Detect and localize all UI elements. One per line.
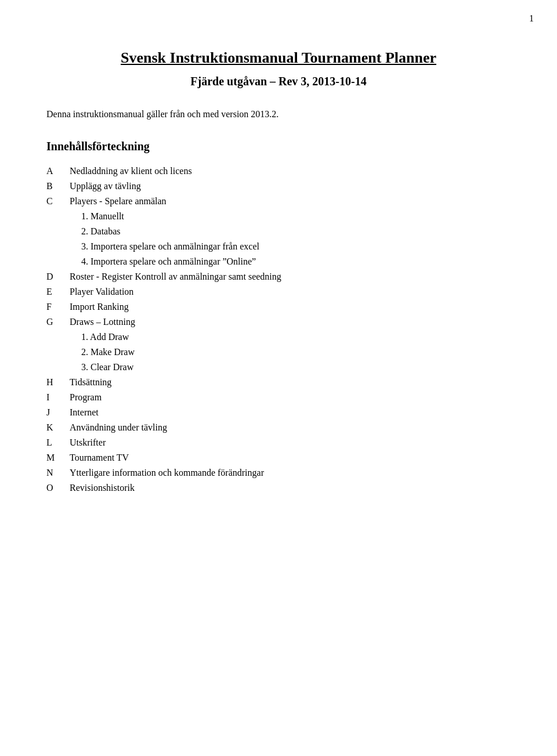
toc-letter: A bbox=[46, 164, 70, 178]
toc-item-text: Tournament TV bbox=[70, 451, 129, 465]
toc-item-text: Players - Spelare anmälan bbox=[70, 194, 167, 208]
toc-row: BUpplägg av tävling bbox=[46, 179, 511, 193]
toc-letter: C bbox=[46, 194, 70, 208]
toc-item-text: Utskrifter bbox=[70, 436, 106, 450]
toc-item-text: Upplägg av tävling bbox=[70, 179, 141, 193]
toc-letter: F bbox=[46, 300, 70, 314]
toc-letter: E bbox=[46, 285, 70, 299]
toc-letter: J bbox=[46, 406, 70, 419]
subtitle: Fjärde utgåvan – Rev 3, 2013-10-14 bbox=[46, 73, 511, 90]
intro-text: Denna instruktionsmanual gäller från och… bbox=[46, 107, 511, 121]
toc-letter: L bbox=[46, 436, 70, 450]
toc-sub-row: 4. Importera spelare och anmälningar ”On… bbox=[46, 255, 511, 269]
toc-item-text: Player Validation bbox=[70, 285, 133, 299]
toc-heading: Innehållsförteckning bbox=[46, 138, 511, 155]
toc-item-text: Nedladdning av klient och licens bbox=[70, 164, 192, 178]
page-number: 1 bbox=[529, 12, 534, 26]
toc-letter: O bbox=[46, 481, 70, 495]
toc-row: ANedladdning av klient och licens bbox=[46, 164, 511, 178]
toc-sub-item-text: 2. Make Draw bbox=[70, 345, 135, 359]
toc-item-text: Ytterligare information och kommande för… bbox=[70, 466, 264, 480]
toc-letter: I bbox=[46, 390, 70, 404]
toc-sub-row: 1. Manuellt bbox=[46, 209, 511, 223]
toc-letter: B bbox=[46, 179, 70, 193]
toc-row: DRoster - Register Kontroll av anmälning… bbox=[46, 270, 511, 284]
toc-sub-item-text: 3. Clear Draw bbox=[70, 360, 133, 374]
toc-sub-row: 2. Databas bbox=[46, 225, 511, 238]
toc-row: GDraws – Lottning bbox=[46, 315, 511, 329]
toc-item-text: Revisionshistorik bbox=[70, 481, 135, 495]
toc-sub-row: 3. Importera spelare och anmälningar frå… bbox=[46, 240, 511, 254]
toc-letter: H bbox=[46, 375, 70, 389]
toc-letter: K bbox=[46, 421, 70, 435]
toc-row: MTournament TV bbox=[46, 451, 511, 465]
toc-row: IProgram bbox=[46, 390, 511, 404]
toc-item-text: Import Ranking bbox=[70, 300, 129, 314]
toc-row: JInternet bbox=[46, 406, 511, 419]
toc-row: FImport Ranking bbox=[46, 300, 511, 314]
toc-item-text: Internet bbox=[70, 406, 99, 419]
toc-item-text: Program bbox=[70, 390, 102, 404]
toc-sub-item-text: 3. Importera spelare och anmälningar frå… bbox=[70, 240, 259, 254]
toc-sub-item-text: 2. Databas bbox=[70, 225, 121, 238]
toc-sub-item-text: 1. Add Draw bbox=[70, 330, 129, 344]
toc-row: EPlayer Validation bbox=[46, 285, 511, 299]
toc-row: HTidsättning bbox=[46, 375, 511, 389]
toc-letter: M bbox=[46, 451, 70, 465]
toc-sub-item-text: 1. Manuellt bbox=[70, 209, 124, 223]
toc-item-text: Roster - Register Kontroll av anmälninga… bbox=[70, 270, 281, 284]
toc-letter: D bbox=[46, 270, 70, 284]
toc-letter: G bbox=[46, 315, 70, 329]
toc-item-text: Användning under tävling bbox=[70, 421, 167, 435]
toc-row: NYtterligare information och kommande fö… bbox=[46, 466, 511, 480]
toc-item-text: Draws – Lottning bbox=[70, 315, 135, 329]
toc-sub-item-text: 4. Importera spelare och anmälningar ”On… bbox=[70, 255, 256, 269]
toc-sub-row: 1. Add Draw bbox=[46, 330, 511, 344]
toc-sub-row: 2. Make Draw bbox=[46, 345, 511, 359]
toc-container: ANedladdning av klient och licensBUppläg… bbox=[46, 164, 511, 495]
toc-item-text: Tidsättning bbox=[70, 375, 111, 389]
toc-row: LUtskrifter bbox=[46, 436, 511, 450]
toc-sub-row: 3. Clear Draw bbox=[46, 360, 511, 374]
toc-row: CPlayers - Spelare anmälan bbox=[46, 194, 511, 208]
main-title: Svensk Instruktionsmanual Tournament Pla… bbox=[46, 46, 511, 69]
toc-row: ORevisionshistorik bbox=[46, 481, 511, 495]
toc-letter: N bbox=[46, 466, 70, 480]
toc-row: KAnvändning under tävling bbox=[46, 421, 511, 435]
